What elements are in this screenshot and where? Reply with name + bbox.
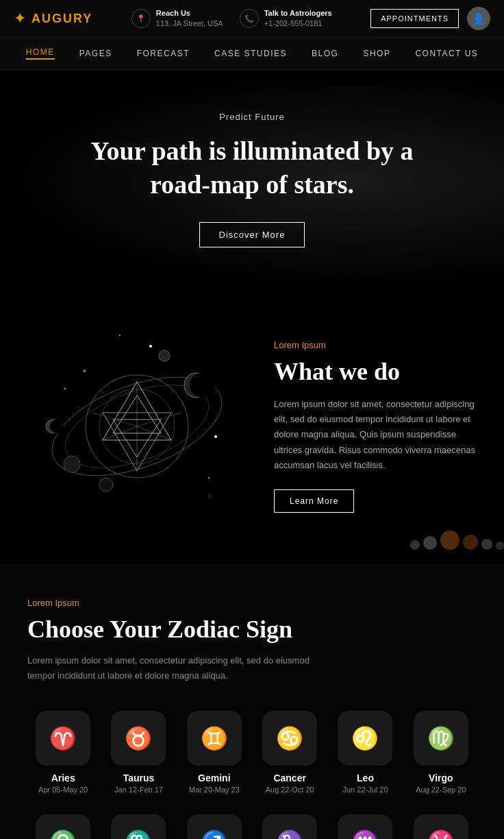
zodiac-item-aries[interactable]: ♈AriesApr 05-May 20 xyxy=(27,711,99,794)
nav-blog[interactable]: BLOG xyxy=(312,49,338,58)
zodiac-icon-taurus: ♉ xyxy=(111,711,166,766)
svg-point-18 xyxy=(64,456,80,472)
zodiac-item-cancer[interactable]: ♋CancerAug 22-Oct 20 xyxy=(254,711,325,794)
reach-us-address: 113, JA Street, USA xyxy=(156,19,223,29)
nav-contact[interactable]: CONTACT US xyxy=(415,49,478,58)
zodiac-dates-cancer: Aug 22-Oct 20 xyxy=(266,786,314,794)
phone-icon: 📞 xyxy=(240,9,259,28)
svg-point-23 xyxy=(64,388,66,390)
zodiac-section: Lorem Ipsum Choose Your Zodiac Sign Lore… xyxy=(0,563,504,839)
zodiac-item-virgo[interactable]: ♍VirgoAug 22-Sep 20 xyxy=(405,711,477,794)
zodiac-icon-scorpio: ♏ xyxy=(111,814,166,839)
zodiac-icon-sagnittarius: ♐ xyxy=(187,814,242,839)
logo-icon: ✦ xyxy=(14,10,26,27)
nav-case-studies[interactable]: CASE STUDIES xyxy=(214,49,287,58)
zodiac-dates-leo: Jun 22-Jul 20 xyxy=(342,786,388,794)
zodiac-item-leo[interactable]: ♌LeoJun 22-Jul 20 xyxy=(329,711,401,794)
zodiac-name-gemini: Gemini xyxy=(198,773,230,783)
contact-reach-us: 📍 Reach Us 113, JA Street, USA xyxy=(131,8,223,29)
zodiac-icon-virgo: ♍ xyxy=(414,711,468,766)
contact-talk: 📞 Talk to Astrologers +1-202-555-0181 xyxy=(240,8,332,29)
main-nav: HOME PAGES FORECAST CASE STUDIES BLOG SH… xyxy=(0,38,504,70)
zodiac-dates-aries: Apr 05-May 20 xyxy=(38,786,88,794)
zodiac-name-virgo: Virgo xyxy=(429,773,453,783)
svg-text:✦: ✦ xyxy=(81,367,87,375)
zodiac-name-aries: Aries xyxy=(51,773,75,783)
hero-cta-button[interactable]: Discover More xyxy=(199,222,305,247)
nav-shop[interactable]: SHOP xyxy=(363,49,390,58)
celestial-diagram-svg: ✦ ✧ xyxy=(38,327,236,526)
zodiac-dates-virgo: Aug 22-Sep 20 xyxy=(416,786,466,794)
zodiac-name-taurus: Taurus xyxy=(123,773,155,783)
nav-pages[interactable]: PAGES xyxy=(79,49,112,58)
zodiac-dates-taurus: Jan 12-Feb 17 xyxy=(114,786,163,794)
svg-point-17 xyxy=(50,420,64,433)
zodiac-item-sagnittarius[interactable]: ♐SagnittariusFeb 22-Mar 20 xyxy=(179,814,250,839)
hero-title: Your path is illuminated by a road-map o… xyxy=(81,134,423,202)
talk-label: Talk to Astrologers xyxy=(264,8,332,19)
zodiac-name-cancer: Cancer xyxy=(273,773,305,783)
svg-text:✧: ✧ xyxy=(207,494,212,500)
logo[interactable]: ✦ AUGURY xyxy=(14,10,92,27)
zodiac-item-gemini[interactable]: ♊GeminiMar 20-May 23 xyxy=(179,711,250,794)
zodiac-icon-aries: ♈ xyxy=(36,711,90,766)
talk-info: Talk to Astrologers +1-202-555-0181 xyxy=(264,8,332,29)
svg-point-22 xyxy=(214,435,217,438)
zodiac-icon-gemini: ♊ xyxy=(187,711,242,766)
zodiac-name-leo: Leo xyxy=(357,773,374,783)
zodiac-item-taurus[interactable]: ♉TaurusJan 12-Feb 17 xyxy=(103,711,174,794)
zodiac-item-aquarius[interactable]: ♒AquariusJun 22-Jul 16 xyxy=(329,814,401,839)
nav-home[interactable]: HOME xyxy=(26,47,55,60)
wwd-title: What we do xyxy=(274,357,483,386)
avatar[interactable]: 👤 xyxy=(467,7,490,30)
wwd-diagram: ✦ ✧ xyxy=(21,327,253,526)
wwd-content: Lorem Ipsum What we do Lorem ipsum dolor… xyxy=(253,340,483,512)
hero-subtitle: Predict Future xyxy=(219,112,285,122)
zodiac-body: Lorem ipsum dolor sit amet, consectetur … xyxy=(27,653,315,683)
header-actions: APPOINTMENTS 👤 xyxy=(370,7,490,30)
hero-section: Predict Future Your path is illuminated … xyxy=(0,70,504,289)
wwd-label: Lorem Ipsum xyxy=(274,340,483,350)
zodiac-icon-cancer: ♋ xyxy=(262,711,317,766)
learn-more-button[interactable]: Learn More xyxy=(274,489,354,513)
header-contacts: 📍 Reach Us 113, JA Street, USA 📞 Talk to… xyxy=(131,8,332,29)
zodiac-icon-libra: ♎ xyxy=(36,814,90,839)
talk-phone: +1-202-555-0181 xyxy=(264,19,332,29)
site-header: ✦ AUGURY 📍 Reach Us 113, JA Street, USA … xyxy=(0,0,504,38)
what-we-do-section: ✦ ✧ Lorem Ipsum What we do Lorem ipsum d… xyxy=(0,289,504,563)
zodiac-grid: ♈AriesApr 05-May 20♉TaurusJan 12-Feb 17♊… xyxy=(27,711,477,839)
svg-point-15 xyxy=(190,373,214,398)
zodiac-icon-leo: ♌ xyxy=(338,711,392,766)
zodiac-icon-aquarius: ♒ xyxy=(338,814,392,839)
location-icon: 📍 xyxy=(131,9,151,28)
reach-us-label: Reach Us xyxy=(156,8,223,19)
logo-text: AUGURY xyxy=(32,12,92,26)
zodiac-item-libra[interactable]: ♎LibraOct 27-Nov 10 xyxy=(27,814,99,839)
zodiac-title: Choose Your Zodiac Sign xyxy=(27,615,477,644)
zodiac-label: Lorem Ipsum xyxy=(27,598,477,608)
zodiac-item-capricorn[interactable]: ♑CapricornApr 18-May 20 xyxy=(254,814,325,839)
svg-point-21 xyxy=(149,345,152,348)
svg-point-20 xyxy=(99,478,113,491)
svg-point-25 xyxy=(119,335,121,336)
nav-forecast[interactable]: FORECAST xyxy=(137,49,190,58)
zodiac-item-scorpio[interactable]: ♏ScorpioDec 12-Jan 20 xyxy=(103,814,174,839)
zodiac-dates-gemini: Mar 20-May 23 xyxy=(189,786,240,794)
zodiac-icon-pisces: ♓ xyxy=(414,814,468,839)
svg-point-19 xyxy=(159,350,170,361)
svg-point-24 xyxy=(208,477,210,479)
wwd-body: Lorem ipsum dolor sit amet, consectetur … xyxy=(274,397,483,472)
zodiac-item-pisces[interactable]: ♓PiscesAug 22-Sep 20 xyxy=(405,814,477,839)
reach-us-info: Reach Us 113, JA Street, USA xyxy=(156,8,223,29)
appointments-button[interactable]: APPOINTMENTS xyxy=(370,9,459,28)
zodiac-icon-capricorn: ♑ xyxy=(262,814,317,839)
